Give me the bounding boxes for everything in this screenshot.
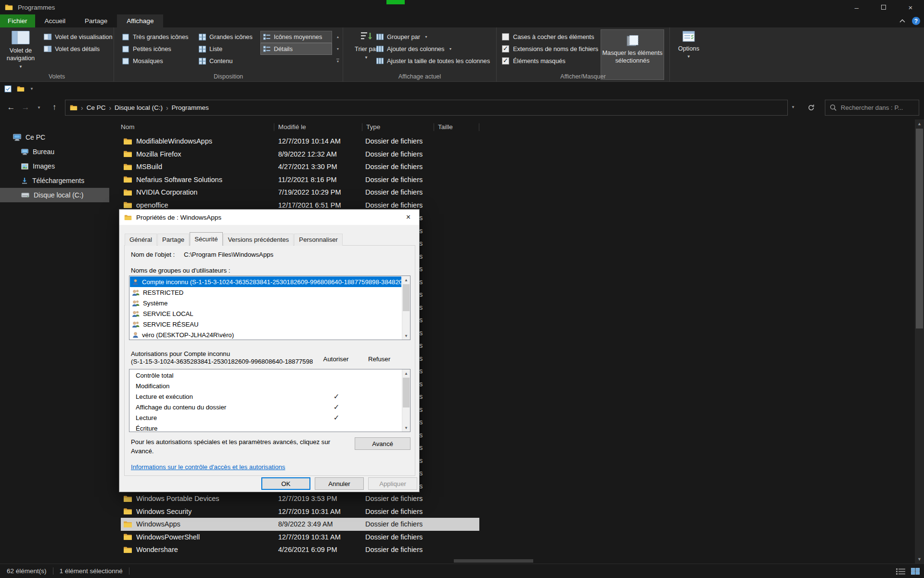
details-view-button[interactable] xyxy=(896,566,906,577)
view-option[interactable]: Liste xyxy=(196,43,255,54)
maximize-button[interactable] xyxy=(870,0,897,14)
scroll-up-icon[interactable]: ▲ xyxy=(402,369,410,377)
list-scrollbar[interactable]: ▲ ▼ xyxy=(402,369,410,432)
file-row[interactable]: WindowsPowerShell 12/7/2019 10:31 AM Dos… xyxy=(121,531,479,544)
options-button[interactable]: Options ▼ xyxy=(673,30,705,59)
file-row[interactable]: Nefarius Software Solutions 11/2/2021 8:… xyxy=(121,173,479,186)
scrollbar-thumb[interactable] xyxy=(403,284,410,311)
scroll-down-icon[interactable]: ▼ xyxy=(402,332,410,340)
pane-toggle-button[interactable]: Volet des détails xyxy=(41,43,115,54)
file-row[interactable]: MSBuild 4/27/2021 3:30 PM Dossier de fic… xyxy=(121,160,479,173)
dialog-tab[interactable]: Sécurité xyxy=(190,232,222,246)
dialog-tab[interactable]: Général xyxy=(125,234,157,246)
ribbon-tab[interactable]: Fichier xyxy=(0,14,35,27)
back-button[interactable]: ← xyxy=(4,100,18,115)
refresh-icon[interactable] xyxy=(808,104,815,111)
scroll-up-icon[interactable]: ▲ xyxy=(402,276,410,284)
dialog-button[interactable]: Appliquer xyxy=(368,477,417,490)
current-view-option[interactable]: Ajuster la taille de toutes les colonnes… xyxy=(374,55,492,66)
current-view-option[interactable]: Grouper par ▼ xyxy=(374,31,492,42)
collapse-ribbon-icon[interactable] xyxy=(899,19,905,23)
allow-cell[interactable]: ✓ xyxy=(315,403,358,411)
qat-properties-icon[interactable] xyxy=(4,85,12,92)
forward-button[interactable]: → xyxy=(18,100,33,115)
view-option[interactable]: Icônes moyennes xyxy=(261,31,332,42)
view-option[interactable]: Petites icônes xyxy=(120,43,191,54)
scroll-down-icon[interactable]: ▼ xyxy=(915,555,924,564)
sidebar-item-disque-local[interactable]: Disque local (C:) xyxy=(0,188,109,202)
breadcrumb-item[interactable]: Ce PC xyxy=(87,104,106,111)
column-header-modifie-le[interactable]: Modifié le xyxy=(274,119,362,135)
recent-locations-icon[interactable]: ▼ xyxy=(35,105,43,110)
group-list-item[interactable]: Compte inconnu (S-1-15-3-1024-3635283841… xyxy=(130,276,401,287)
scroll-down-icon[interactable]: ▼ xyxy=(402,424,410,432)
ribbon-checkbox[interactable]: ✓ Extensions de noms de fichiers xyxy=(502,43,598,54)
allow-cell[interactable]: ✓ xyxy=(315,413,358,422)
current-view-option[interactable]: Ajouter des colonnes ▼ xyxy=(374,43,492,54)
group-list-item[interactable]: Système xyxy=(130,298,401,308)
file-row[interactable]: Wondershare 4/26/2021 6:09 PM Dossier de… xyxy=(121,543,479,556)
ribbon-tab[interactable]: Affichage xyxy=(117,14,163,27)
permission-row[interactable]: Lecture et exécution ✓ xyxy=(130,391,401,402)
file-row[interactable]: Mozilla Firefox 8/9/2022 12:32 AM Dossie… xyxy=(121,148,479,161)
breadcrumb-item[interactable]: Disque local (C:) xyxy=(115,104,163,111)
qat-customize-icon[interactable]: ▼ xyxy=(30,87,34,91)
allow-cell[interactable]: ✓ xyxy=(315,381,358,390)
dialog-tab[interactable]: Personnaliser xyxy=(294,234,343,246)
permission-row[interactable]: Écriture ✓ xyxy=(130,423,401,431)
navigation-pane-button[interactable]: Volet de navigation ▼ xyxy=(5,30,37,70)
ribbon-tab[interactable]: Accueil xyxy=(35,14,76,27)
minimize-button[interactable]: – xyxy=(843,0,870,14)
breadcrumb-item[interactable]: Programmes xyxy=(172,104,209,111)
sidebar-item-bureau[interactable]: Bureau xyxy=(0,144,109,159)
scrollbar-thumb[interactable] xyxy=(916,129,923,328)
dialog-close-button[interactable]: × xyxy=(398,210,419,225)
permission-row[interactable]: Lecture ✓ xyxy=(130,412,401,423)
dialog-button[interactable]: Annuler xyxy=(315,477,364,490)
file-row[interactable]: Windows Security 12/7/2019 10:31 AM Doss… xyxy=(121,505,479,518)
scroll-up-icon[interactable]: ▲ xyxy=(915,119,924,128)
column-header-nom[interactable]: Nom xyxy=(121,119,274,135)
group-list-item[interactable]: RESTRICTED xyxy=(130,287,401,298)
sidebar-item-images[interactable]: Images xyxy=(0,159,109,173)
sidebar-item-ce-pc[interactable]: Ce PC xyxy=(0,130,109,144)
pane-toggle-button[interactable]: Volet de visualisation xyxy=(41,31,115,42)
permission-row[interactable]: Contrôle total ✓ xyxy=(130,370,401,381)
qat-new-folder-icon[interactable] xyxy=(17,86,25,92)
file-row[interactable]: ModifiableWindowsApps 12/7/2019 10:14 AM… xyxy=(121,135,479,148)
close-button[interactable]: × xyxy=(897,0,924,14)
group-list-item[interactable]: SERVICE RÉSEAU xyxy=(130,319,401,329)
allow-cell[interactable]: ✓ xyxy=(315,424,358,431)
up-button[interactable]: ↑ xyxy=(47,100,62,115)
permission-row[interactable]: Modification ✓ xyxy=(130,381,401,391)
view-option[interactable]: Très grandes icônes xyxy=(120,31,191,42)
sidebar-item-telechargements[interactable]: Téléchargements xyxy=(0,173,109,188)
group-list-item[interactable]: SERVICE LOCAL xyxy=(130,308,401,319)
dialog-button[interactable]: OK xyxy=(261,477,310,490)
address-dropdown-icon[interactable]: ▼ xyxy=(791,105,795,109)
file-row[interactable]: WindowsApps 8/9/2022 3:49 AM Dossier de … xyxy=(121,518,479,531)
view-option[interactable]: Contenu xyxy=(196,55,255,66)
thumbnails-view-button[interactable] xyxy=(910,566,921,577)
dialog-tab[interactable]: Versions précédentes xyxy=(223,234,294,246)
ribbon-checkbox[interactable]: ✓ Éléments masqués xyxy=(502,55,598,66)
horizontal-scrollbar-thumb[interactable] xyxy=(454,559,533,563)
file-row[interactable]: NVIDIA Corporation 7/19/2022 10:29 PM Do… xyxy=(121,186,479,199)
help-icon[interactable]: ? xyxy=(912,17,920,25)
vertical-scrollbar[interactable]: ▲ ▼ xyxy=(915,119,924,564)
gallery-scroll-down-icon[interactable]: ▼ xyxy=(334,43,342,54)
gallery-more-icon[interactable]: ▼ xyxy=(334,55,342,66)
ribbon-checkbox[interactable]: ✓ Cases à cocher des éléments xyxy=(502,31,598,42)
column-header-taille[interactable]: Taille xyxy=(434,119,479,135)
allow-cell[interactable]: ✓ xyxy=(315,371,358,380)
group-list-item[interactable]: véro (DESKTOP-JLHA24R\véro) xyxy=(130,329,401,339)
view-option[interactable]: Détails xyxy=(261,43,332,54)
dialog-tab[interactable]: Partage xyxy=(157,234,189,246)
search-input[interactable] xyxy=(841,104,914,111)
allow-cell[interactable]: ✓ xyxy=(315,392,358,401)
hide-selected-button[interactable]: Masquer les éléments sélectionnés xyxy=(601,30,664,79)
access-control-link[interactable]: Informations sur le contrôle d'accès et … xyxy=(131,463,285,471)
list-scrollbar[interactable]: ▲ ▼ xyxy=(402,276,410,340)
advanced-button[interactable]: Avancé xyxy=(355,437,411,450)
view-option[interactable]: Grandes icônes xyxy=(196,31,255,42)
